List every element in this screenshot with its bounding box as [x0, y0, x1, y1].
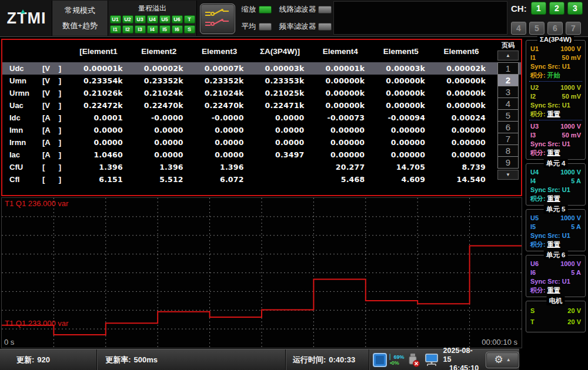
run-time: 运行时间: 0:40:33	[286, 355, 369, 365]
sidebar-sync-line: Sync Src: U1	[529, 277, 582, 286]
cell-value: 1.396	[68, 163, 129, 171]
page-cell-4[interactable]: 4	[497, 97, 519, 110]
kv-value: 1000 V	[560, 214, 581, 223]
table-row-uac[interactable]: Uac[V]0.22472k0.22470k0.22470k0.22471k0.…	[2, 99, 521, 112]
cell-value: 6.151	[68, 175, 129, 184]
page-cell-1[interactable]: 1	[497, 62, 519, 75]
overflow-indicator-i1: I1	[110, 25, 121, 33]
row-name: Uac	[8, 101, 42, 110]
row-unit: [A]	[42, 113, 61, 122]
row-name: Imn	[8, 126, 42, 134]
chart-time-start-label: 0 s	[4, 338, 14, 347]
toggle-indicator-0[interactable]	[259, 6, 272, 14]
channel-button-1[interactable]: 1	[531, 2, 546, 15]
sidebar-kv-line: U21000 V	[529, 83, 582, 92]
overflow-indicator-u4: U4	[147, 15, 158, 23]
measurement-table: [Element1Element2Element3ΣA(3P4W)]Elemen…	[1, 39, 522, 196]
toggle-indicator-1[interactable]	[318, 6, 332, 14]
brand-logo-accent-icon	[21, 9, 25, 14]
row-unit: [V]	[42, 89, 61, 97]
channel-selector: CH: 123 4567	[511, 2, 586, 35]
table-row-irmn[interactable]: Irmn[A]0.00000.00000.00000.00000.000000.…	[2, 136, 521, 149]
channel-button-4[interactable]: 4	[511, 22, 526, 35]
channel-button-2[interactable]: 2	[549, 2, 564, 15]
overflow-indicator-t: T	[184, 15, 195, 23]
cell-value: 0.00000k	[431, 89, 492, 97]
cell-value: 14.705	[370, 163, 431, 171]
kv-value: 5 A	[571, 177, 581, 186]
page-column-label: 页码	[497, 41, 519, 50]
page-cell-7[interactable]: 7	[497, 133, 519, 145]
cell-value: 0.00001k	[68, 64, 129, 73]
cell-value: 0.0000	[189, 126, 250, 134]
table-row-umn[interactable]: Umn[V]0.23354k0.23352k0.23352k0.23353k0.…	[2, 75, 521, 87]
page-cell-8[interactable]: 8	[497, 144, 519, 157]
filter-toggle-panel: 缩放线路滤波器平均频率滤波器	[238, 5, 332, 32]
table-row-cfi[interactable]: CfI[]6.1515.5126.0725.4684.60914.540	[2, 173, 521, 186]
top-header-bar: ZTMI 常规模式 数值+趋势 量程溢出 U1U2U3U4U5U6T I1I2I…	[0, 0, 588, 37]
column-header: [Element1	[68, 47, 129, 56]
table-row-udc[interactable]: Udc[V]0.00001k0.00002k0.00007k0.00003k0.…	[2, 62, 521, 75]
cell-value: 0.00000	[370, 126, 431, 134]
sidebar-sync-line: Sync Src: U1	[529, 101, 582, 110]
sidebar-panel-4: 电机S20 VT20 V	[526, 301, 586, 332]
cell-value: 0.0000	[189, 138, 250, 147]
table-row-iac[interactable]: Iac[A]1.04600.00000.00000.34970.000000.0…	[2, 149, 521, 161]
run-time-value: 0:40:33	[329, 355, 355, 364]
page-up-button[interactable]: ▲	[497, 51, 519, 60]
kv-label: U4	[530, 168, 539, 177]
sidebar-kv-line: S20 V	[529, 305, 582, 317]
sidebar-kv-line: T20 V	[529, 317, 582, 328]
overflow-indicator-u3: U3	[135, 15, 146, 23]
row-name: Umn	[8, 76, 42, 85]
mode-line2: 数值+趋势	[62, 21, 98, 31]
settings-menu-button[interactable]: ⚙ ▲	[486, 352, 519, 368]
overflow-indicator-row-voltage: U1U2U3U4U5U6T	[110, 15, 195, 23]
toggle-indicator-2[interactable]	[259, 23, 272, 31]
wiring-diagram-button[interactable]	[200, 4, 235, 34]
toggle-indicator-3[interactable]	[318, 23, 332, 31]
page-cell-5[interactable]: 5	[497, 109, 519, 122]
kv-value: 50 mV	[562, 131, 581, 140]
kv-label: T	[530, 317, 534, 328]
channel-button-7[interactable]: 7	[566, 22, 581, 35]
mode-display[interactable]: 常规模式 数值+趋势	[52, 1, 108, 36]
page-cell-2[interactable]: 2	[497, 74, 519, 86]
cell-value: 0.0000	[189, 150, 250, 159]
table-row-idc[interactable]: Idc[A]0.0001-0.0000-0.00000.0000-0.00073…	[2, 112, 521, 124]
brand-logo-text: ZTMI	[7, 9, 46, 28]
cell-value: 5.468	[310, 175, 370, 184]
page-selector-column: 页码 ▲ 123456789 ▼	[497, 41, 519, 180]
page-cell-9[interactable]: 9	[497, 156, 519, 169]
cell-value: 8.739	[431, 163, 492, 171]
table-body: Udc[V]0.00001k0.00002k0.00007k0.00003k0.…	[2, 62, 521, 186]
sidebar-panel-title: 电机	[547, 297, 565, 305]
kv-value: 1000 V	[560, 168, 581, 177]
toggle-label-1: 线路滤波器	[274, 5, 316, 15]
row-unit: [V]	[42, 101, 61, 110]
update-rate-label: 更新率:	[105, 355, 131, 365]
cell-value: 0.00007k	[189, 64, 250, 73]
cell-value: 4.609	[370, 175, 431, 184]
expand-up-icon: ▲	[506, 357, 511, 362]
cell-value: 0.00000	[370, 150, 431, 159]
channel-button-6[interactable]: 6	[547, 22, 563, 35]
run-time-label: 运行时间:	[293, 355, 326, 365]
integration-value: 开始	[547, 71, 560, 80]
row-name: Urmn	[8, 89, 42, 97]
kv-label: I3	[530, 131, 536, 140]
table-row-imn[interactable]: Imn[A]0.00000.00000.00000.00000.000000.0…	[2, 124, 521, 136]
sidebar-panel-0: ΣA(3P4W)U11000 VI150 mVSync Src: U1积分:开始…	[526, 40, 586, 160]
cell-value: 0.23354k	[68, 76, 129, 85]
page-cell-3[interactable]: 3	[497, 86, 519, 98]
page-cell-6[interactable]: 6	[497, 121, 519, 133]
sidebar-kv-line: I55 A	[529, 223, 582, 231]
cell-value: 6.072	[189, 175, 250, 184]
channel-button-5[interactable]: 5	[529, 22, 544, 35]
table-row-urmn[interactable]: Urmn[V]0.21026k0.21024k0.21024k0.21025k0…	[2, 87, 521, 99]
table-row-cfu[interactable]: CfU[]1.3961.3961.39620.27714.7058.739	[2, 161, 521, 173]
integration-label: 积分:	[530, 286, 546, 295]
page-down-button[interactable]: ▼	[497, 170, 519, 180]
channel-button-3[interactable]: 3	[567, 2, 583, 15]
sidebar-integration-line: 积分:重置	[529, 110, 582, 119]
